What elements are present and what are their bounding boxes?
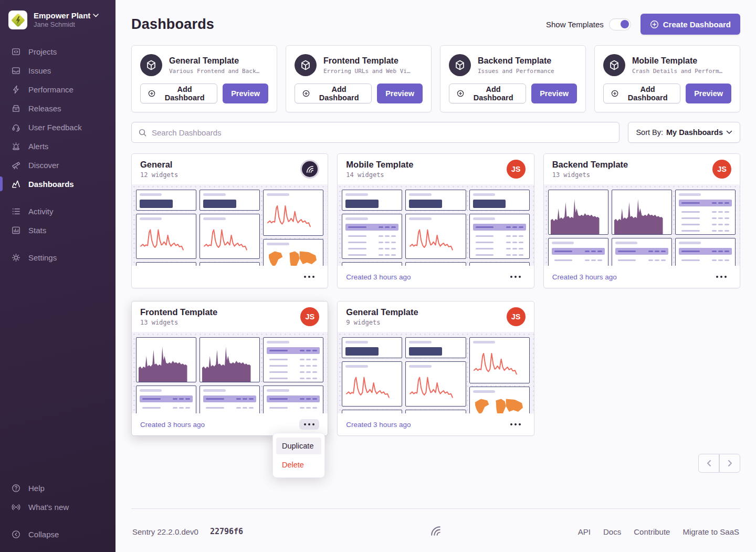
template-subtitle: Various Frontend and Back…: [169, 68, 259, 75]
sidebar-item-collapse[interactable]: Collapse: [0, 525, 116, 544]
template-card: General Template Various Frontend and Ba…: [131, 45, 277, 112]
page-title: Dashboards: [131, 16, 214, 33]
sentry-avatar: [300, 160, 319, 179]
dashboard-preview[interactable]: [338, 184, 533, 266]
mini-widget-table: [405, 410, 466, 413]
mini-widget-big: [136, 190, 196, 211]
dashboard-title[interactable]: General Template: [346, 307, 418, 317]
footer-link-contribute[interactable]: Contribute: [634, 527, 670, 536]
footer-link-api[interactable]: API: [578, 527, 591, 536]
sentry-logo-icon: [305, 164, 315, 174]
dashboard-card-general[interactable]: General 12 widgets: [131, 153, 328, 288]
sidebar-item-user-feedback[interactable]: User Feedback: [0, 118, 116, 137]
search-input[interactable]: [152, 128, 613, 137]
card-menu-button[interactable]: [299, 419, 319, 430]
template-cube-icon: [140, 54, 162, 76]
mini-widget-table: [405, 262, 466, 266]
dashboard-card-general-template[interactable]: General Template 9 widgets JS Created 3 …: [337, 301, 534, 436]
mini-widget-table: [200, 262, 260, 266]
add-dashboard-button[interactable]: Add Dashboard: [295, 84, 372, 103]
sidebar-item-label: Collapse: [28, 530, 59, 539]
releases-icon: [10, 103, 21, 113]
show-templates-toggle[interactable]: [609, 18, 631, 30]
sidebar-item-label: Help: [28, 484, 45, 493]
created-timestamp: Created 3 hours ago: [140, 421, 205, 429]
sidebar-item-label: Releases: [28, 104, 61, 113]
sidebar-item-help[interactable]: Help: [0, 478, 116, 497]
dashboard-card-mobile-template[interactable]: Mobile Template 14 widgets JS Created 3 …: [337, 153, 534, 288]
mini-widget-table: [342, 410, 402, 413]
sidebar-item-stats[interactable]: Stats: [0, 221, 116, 239]
chevron-left-icon: [706, 460, 712, 467]
card-menu-button[interactable]: [506, 419, 526, 430]
dashboard-preview[interactable]: [544, 184, 740, 266]
add-dashboard-button[interactable]: Add Dashboard: [449, 84, 526, 103]
template-subtitle: Crash Details and Perform…: [632, 68, 722, 75]
gear-icon: [10, 252, 21, 263]
dashboard-title[interactable]: Mobile Template: [346, 160, 413, 170]
mini-widget-area: [612, 190, 672, 235]
sidebar-item-whats-new[interactable]: What's new: [0, 497, 116, 516]
sort-by-dropdown[interactable]: Sort By: My Dashboards: [628, 122, 740, 143]
preview-button[interactable]: Preview: [686, 84, 731, 103]
card-menu-button[interactable]: [711, 272, 731, 282]
sidebar: Empower Plant Jane Schmidt Projects Issu…: [0, 0, 116, 552]
sidebar-item-label: Stats: [28, 226, 46, 235]
card-menu-button[interactable]: [506, 272, 526, 282]
template-title: Mobile Template: [632, 56, 722, 66]
preview-column: [263, 190, 323, 266]
dashboard-card-backend-template[interactable]: Backend Template 13 widgets JS Created 3…: [543, 153, 740, 288]
preview-column: [405, 337, 466, 413]
dashboard-preview[interactable]: [338, 332, 533, 413]
mini-widget-table: [675, 190, 736, 235]
sidebar-item-dashboards[interactable]: Dashboards: [0, 174, 116, 193]
add-dashboard-button[interactable]: Add Dashboard: [603, 84, 680, 103]
pagination-prev-button[interactable]: [698, 454, 719, 473]
dashboard-preview[interactable]: [132, 332, 328, 413]
dashboard-grid: General 12 widgets Mobile Template 14 wi…: [131, 153, 740, 436]
activity-icon: [10, 206, 21, 216]
add-dashboard-button[interactable]: Add Dashboard: [140, 84, 217, 103]
context-menu-delete[interactable]: Delete: [276, 456, 321, 473]
sidebar-item-issues[interactable]: Issues: [0, 61, 116, 80]
preview-column: [469, 190, 530, 266]
pagination-next-button[interactable]: [719, 454, 740, 473]
sidebar-item-performance[interactable]: Performance: [0, 80, 116, 99]
card-menu-button[interactable]: [299, 272, 319, 282]
preview-button[interactable]: Preview: [531, 84, 577, 103]
template-title: Backend Template: [478, 56, 554, 66]
sidebar-item-discover[interactable]: Discover: [0, 155, 116, 174]
sidebar-item-releases[interactable]: Releases: [0, 99, 116, 118]
preview-column: [612, 190, 672, 266]
footer-version[interactable]: Sentry 22.2.0.dev0: [132, 527, 198, 536]
plus-circle-icon: [611, 89, 618, 98]
preview-button[interactable]: Preview: [377, 84, 423, 103]
context-menu-duplicate[interactable]: Duplicate: [276, 438, 321, 454]
mini-widget-big: [469, 190, 530, 211]
dashboard-title[interactable]: General: [140, 160, 178, 170]
create-dashboard-button[interactable]: Create Dashboard: [640, 14, 740, 35]
user-avatar: JS: [507, 160, 526, 179]
footer-link-docs[interactable]: Docs: [603, 527, 621, 536]
dashboard-preview[interactable]: [132, 184, 328, 266]
dashboard-title[interactable]: Backend Template: [552, 160, 628, 170]
template-cube-icon: [295, 54, 317, 76]
sidebar-item-projects[interactable]: Projects: [0, 42, 116, 61]
preview-column: [675, 190, 736, 266]
org-switcher[interactable]: Empower Plant Jane Schmidt: [0, 7, 116, 37]
mini-widget-table: [342, 214, 402, 259]
template-subtitle: Erroring URLs and Web Vi…: [323, 68, 411, 75]
dashboard-title[interactable]: Frontend Template: [140, 307, 217, 317]
sentry-logo-icon[interactable]: [429, 524, 443, 539]
template-subtitle: Issues and Performance: [478, 68, 554, 75]
sidebar-item-activity[interactable]: Activity: [0, 202, 116, 221]
mini-widget-table: [342, 262, 402, 266]
footer-link-migrate[interactable]: Migrate to SaaS: [682, 527, 739, 536]
sidebar-item-alerts[interactable]: Alerts: [0, 137, 116, 155]
org-name[interactable]: Empower Plant: [34, 11, 90, 21]
sidebar-item-settings[interactable]: Settings: [0, 248, 116, 267]
footer-build-hash[interactable]: 22796f6: [210, 527, 243, 536]
dashboard-card-frontend-template[interactable]: Frontend Template 13 widgets JS Created …: [131, 301, 328, 436]
app-footer: Sentry 22.2.0.dev0 22796f6 API Docs Cont…: [131, 508, 740, 552]
preview-button[interactable]: Preview: [223, 84, 268, 103]
